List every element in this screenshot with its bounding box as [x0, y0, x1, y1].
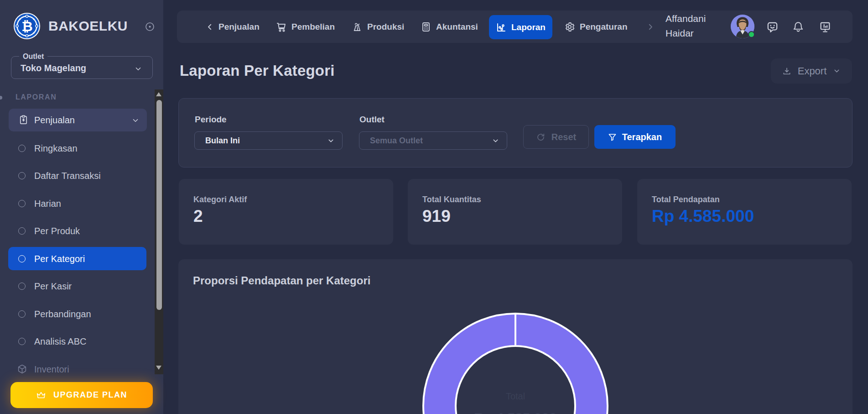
svg-text:Total: Total — [506, 391, 525, 401]
svg-text:₿: ₿ — [21, 19, 32, 34]
svg-text:Rp 4.585.000: Rp 4.585.000 — [474, 410, 557, 414]
